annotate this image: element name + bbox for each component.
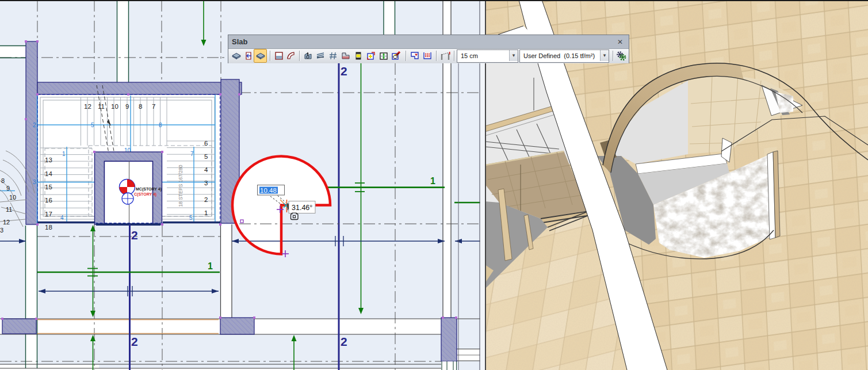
svg-text:16: 16 (45, 197, 52, 204)
svg-text:15: 15 (45, 184, 52, 190)
svg-text:1: 1 (204, 209, 208, 216)
svg-text:31.46°: 31.46° (292, 204, 312, 212)
svg-text:6: 6 (204, 140, 208, 147)
svg-text:2: 2 (341, 335, 347, 348)
svg-text:1: 1 (62, 151, 66, 157)
svg-text:12: 12 (84, 103, 91, 110)
svg-text:2: 2 (33, 122, 36, 128)
svg-text:3: 3 (204, 180, 208, 186)
svg-text:4: 4 (60, 215, 64, 221)
svg-text:4: 4 (204, 166, 208, 173)
svg-text:17: 17 (45, 211, 52, 218)
svg-text:9: 9 (125, 103, 129, 110)
svg-text:8: 8 (139, 103, 142, 110)
svg-text:18 STEPS 167/280: 18 STEPS 167/280 (178, 165, 183, 207)
svg-text:10: 10 (111, 103, 118, 110)
svg-text:13: 13 (45, 157, 52, 163)
svg-text:8: 8 (1, 177, 5, 184)
svg-text:5: 5 (91, 122, 94, 128)
svg-text:11: 11 (98, 103, 105, 110)
svg-text:MC(STORY 4): MC(STORY 4) (136, 187, 162, 192)
svg-text:10.48: 10.48 (260, 187, 277, 194)
svg-text:12: 12 (3, 219, 10, 226)
svg-text:18: 18 (45, 224, 52, 231)
svg-text:3: 3 (0, 227, 3, 234)
svg-text:5: 5 (189, 215, 193, 221)
svg-text:5: 5 (204, 153, 208, 160)
svg-text:7: 7 (190, 151, 194, 157)
svg-text:3: 3 (33, 179, 36, 185)
svg-text:10: 10 (9, 194, 16, 201)
svg-text:2: 2 (204, 196, 208, 203)
svg-text:14: 14 (45, 170, 52, 177)
svg-text:9: 9 (6, 185, 10, 192)
svg-text:1: 1 (430, 176, 435, 186)
svg-text:2: 2 (131, 335, 138, 348)
svg-text:7: 7 (152, 103, 155, 110)
svg-text:11: 11 (6, 206, 12, 213)
svg-text:2: 2 (131, 228, 138, 242)
svg-text:8: 8 (159, 122, 162, 128)
svg-text:C(STORY 4): C(STORY 4) (134, 192, 156, 197)
svg-text:1: 1 (208, 261, 213, 271)
svg-text:2: 2 (341, 64, 347, 78)
